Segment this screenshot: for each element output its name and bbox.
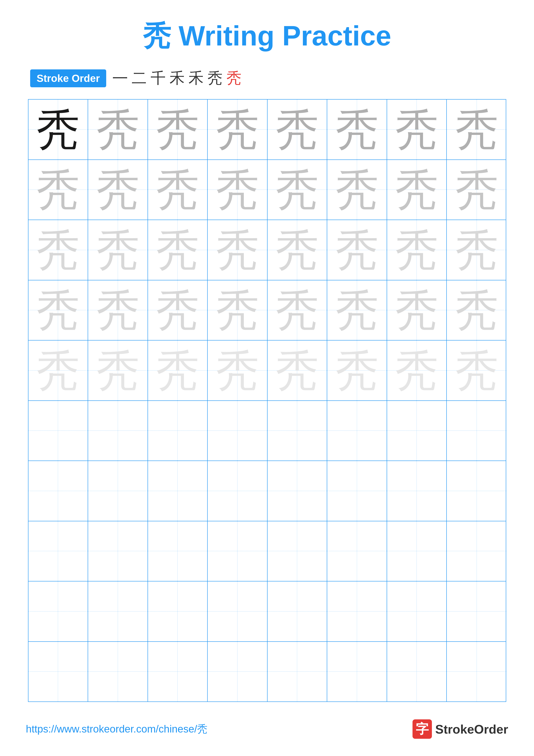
char-gray: 秃 (37, 168, 80, 211)
char-gray: 秃 (96, 108, 140, 151)
grid-cell-4-8: 秃 (447, 281, 507, 340)
char-gray: 秃 (275, 288, 318, 332)
grid-cell-1-6: 秃 (327, 99, 387, 159)
char-gray: 秃 (275, 108, 318, 151)
grid-cell-4-7: 秃 (387, 281, 447, 340)
grid-cell-2-7: 秃 (387, 160, 447, 220)
grid-cell-3-4: 秃 (208, 220, 267, 280)
grid-row-10 (28, 642, 506, 702)
grid-cell-6-4 (208, 401, 267, 461)
grid-cell-3-7: 秃 (387, 220, 447, 280)
char-gray: 秃 (335, 108, 378, 151)
grid-cell-7-7 (387, 461, 447, 521)
grid-cell-2-1: 秃 (28, 160, 88, 220)
char-gray: 秃 (96, 288, 140, 332)
char-gray: 秃 (455, 168, 498, 211)
grid-cell-8-2 (88, 521, 148, 581)
grid-row-1: 秃 秃 秃 秃 秃 秃 秃 秃 (28, 99, 506, 160)
char-gray: 秃 (455, 288, 498, 332)
char-gray: 秃 (37, 229, 80, 272)
char-gray: 秃 (37, 288, 80, 332)
grid-cell-9-1 (28, 581, 88, 641)
grid-cell-4-5: 秃 (267, 281, 327, 340)
grid-cell-4-4: 秃 (208, 281, 267, 340)
char-gray: 秃 (96, 168, 140, 211)
grid-cell-9-6 (327, 581, 387, 641)
grid-cell-10-6 (327, 642, 387, 702)
grid-row-8 (28, 521, 506, 582)
grid-cell-10-2 (88, 642, 148, 702)
grid-cell-2-4: 秃 (208, 160, 267, 220)
grid-cell-8-4 (208, 521, 267, 581)
grid-cell-2-5: 秃 (267, 160, 327, 220)
grid-cell-10-4 (208, 642, 267, 702)
stroke-order-badge: Stroke Order (30, 69, 106, 87)
stroke-char-5: 禾 (189, 68, 204, 88)
stroke-char-2: 二 (132, 68, 147, 88)
grid-cell-8-3 (148, 521, 208, 581)
char-gray: 秃 (455, 108, 498, 151)
grid-cell-4-2: 秃 (88, 281, 148, 340)
grid-cell-8-8 (447, 521, 507, 581)
grid-cell-1-2: 秃 (88, 99, 148, 159)
grid-cell-6-7 (387, 401, 447, 461)
grid-cell-3-6: 秃 (327, 220, 387, 280)
char-gray: 秃 (156, 229, 199, 272)
grid-row-9 (28, 581, 506, 642)
footer-url: https://www.strokeorder.com/chinese/秃 (26, 722, 207, 736)
grid-cell-2-3: 秃 (148, 160, 208, 220)
stroke-char-7: 秃 (226, 68, 242, 88)
char-gray: 秃 (216, 349, 259, 392)
grid-row-4: 秃 秃 秃 秃 秃 秃 秃 秃 (28, 281, 506, 341)
stroke-order-row: Stroke Order ㇐ 二 千 禾 禾 秃 秃 (26, 68, 508, 88)
grid-cell-5-7: 秃 (387, 340, 447, 400)
grid-row-6 (28, 401, 506, 461)
grid-cell-2-6: 秃 (327, 160, 387, 220)
grid-cell-3-3: 秃 (148, 220, 208, 280)
grid-cell-10-3 (148, 642, 208, 702)
grid-cell-5-3: 秃 (148, 340, 208, 400)
grid-cell-7-1 (28, 461, 88, 521)
grid-cell-9-3 (148, 581, 208, 641)
stroke-char-3: 千 (151, 68, 165, 88)
char-gray: 秃 (156, 349, 199, 392)
stroke-char-1: ㇐ (113, 68, 128, 88)
grid-cell-1-4: 秃 (208, 99, 267, 159)
stroke-char-6: 秃 (207, 68, 222, 88)
grid-cell-10-5 (267, 642, 327, 702)
char-gray: 秃 (395, 229, 438, 272)
grid-cell-7-5 (267, 461, 327, 521)
grid-cell-9-5 (267, 581, 327, 641)
grid-cell-5-2: 秃 (88, 340, 148, 400)
grid-cell-9-2 (88, 581, 148, 641)
grid-row-2: 秃 秃 秃 秃 秃 秃 秃 秃 (28, 160, 506, 220)
grid-cell-6-2 (88, 401, 148, 461)
grid-cell-5-1: 秃 (28, 340, 88, 400)
grid-cell-3-8: 秃 (447, 220, 507, 280)
char-gray: 秃 (275, 349, 318, 392)
practice-grid: 秃 秃 秃 秃 秃 秃 秃 秃 秃 秃 秃 秃 秃 秃 秃 秃 秃 秃 秃 秃 … (28, 99, 506, 702)
grid-cell-1-8: 秃 (447, 99, 507, 159)
stroke-char-4: 禾 (169, 68, 185, 88)
grid-cell-7-2 (88, 461, 148, 521)
char-gray: 秃 (395, 108, 438, 151)
grid-cell-3-5: 秃 (267, 220, 327, 280)
char-gray: 秃 (335, 229, 378, 272)
grid-cell-4-1: 秃 (28, 281, 88, 340)
page-title: 秃 Writing Practice (143, 17, 391, 55)
grid-cell-8-7 (387, 521, 447, 581)
char-gray: 秃 (216, 108, 259, 151)
char-gray: 秃 (156, 168, 199, 211)
grid-row-5: 秃 秃 秃 秃 秃 秃 秃 秃 (28, 340, 506, 401)
grid-cell-9-4 (208, 581, 267, 641)
grid-cell-1-7: 秃 (387, 99, 447, 159)
char-gray: 秃 (216, 229, 259, 272)
char-dark: 秃 (37, 108, 80, 151)
char-gray: 秃 (395, 288, 438, 332)
grid-cell-3-1: 秃 (28, 220, 88, 280)
grid-cell-8-1 (28, 521, 88, 581)
char-gray: 秃 (37, 349, 80, 392)
char-gray: 秃 (156, 288, 199, 332)
grid-cell-7-4 (208, 461, 267, 521)
char-gray: 秃 (275, 229, 318, 272)
